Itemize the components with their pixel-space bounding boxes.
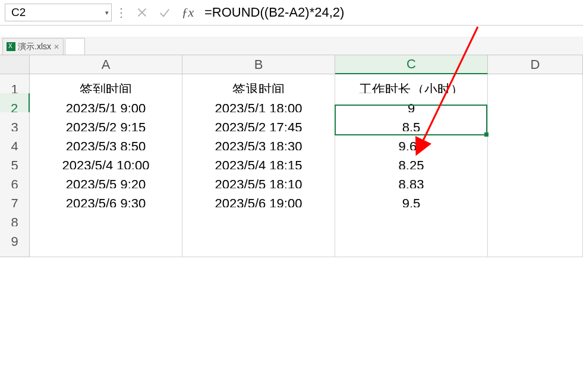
select-all-corner[interactable] (0, 55, 30, 74)
accept-formula-button[interactable] (153, 4, 176, 21)
cell-D9[interactable] (488, 226, 583, 257)
formula-input[interactable] (200, 4, 578, 21)
workbook-tab-label: 演示.xlsx (18, 42, 51, 52)
close-icon[interactable]: ✕ (53, 43, 59, 51)
column-header-B[interactable]: B (182, 55, 335, 74)
cell-A9[interactable] (30, 226, 182, 257)
check-icon (158, 6, 171, 19)
formula-bar: C2 ▾ ⋮ ƒx (0, 0, 583, 26)
close-icon (135, 6, 149, 19)
row-header-9[interactable]: 9 (0, 226, 30, 257)
workbook-tab[interactable]: 演示.xlsx ✕ (2, 38, 64, 55)
fx-icon[interactable]: ƒx (176, 5, 200, 20)
name-box[interactable]: C2 ▾ (5, 4, 112, 21)
chevron-down-icon[interactable]: ▾ (105, 9, 109, 17)
spreadsheet-grid[interactable]: ABCD1签到时间签退时间工作时长（小时）22023/5/1 9:002023/… (0, 55, 583, 245)
name-box-value: C2 (11, 6, 26, 19)
column-header-D[interactable]: D (488, 55, 583, 74)
tab-bar: 演示.xlsx ✕ (0, 37, 583, 55)
cell-C9[interactable] (335, 226, 488, 257)
toolbar-spacer (0, 26, 583, 37)
cancel-formula-button[interactable] (131, 4, 153, 21)
divider-icon: ⋮ (112, 5, 131, 20)
new-tab-button[interactable] (65, 38, 85, 55)
cell-B9[interactable] (182, 226, 335, 257)
excel-file-icon (7, 42, 15, 51)
column-header-A[interactable]: A (30, 55, 182, 74)
column-header-C[interactable]: C (335, 55, 488, 74)
